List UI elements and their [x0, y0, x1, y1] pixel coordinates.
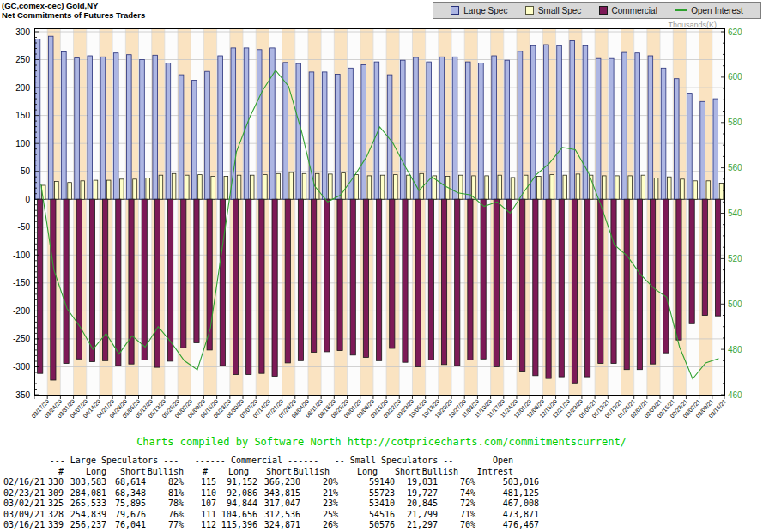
left-axis-tick-label: 100: [3, 139, 30, 148]
plot-area: [34, 28, 725, 404]
table-row-cell: 21%: [300, 488, 347, 499]
table-row-cell: 115,396: [216, 520, 257, 531]
table-row-cell: 03/16/21: [3, 520, 45, 531]
chart-title: (GC,comex-cec) Gold,NY Net Commitments o…: [2, 1, 145, 20]
cot-bars-svg: [34, 28, 725, 401]
right-axis-tick-label: 600: [728, 72, 742, 82]
table-row-cell: 53410: [347, 499, 395, 510]
table-row-cell: 115: [192, 477, 216, 488]
table-row-cell: 91,152: [216, 477, 257, 488]
legend-label: Large Spec: [463, 6, 507, 15]
table-row-cell: 112: [192, 520, 216, 531]
table-row-cell: 330: [45, 477, 64, 488]
table-row-cell: 03/09/21: [3, 510, 45, 521]
table-column-header-cell: Bullish: [146, 467, 184, 478]
table-row: 02/23/21309284,08168,34881%11092,086343,…: [3, 488, 539, 499]
table-row-cell: 75,895: [106, 499, 146, 510]
table-row-cell: 94,844: [216, 499, 257, 510]
table-row: 03/16/21339256,23776,04177%112115,396324…: [3, 520, 539, 531]
table-column-header-cell: Short: [249, 467, 292, 478]
legend-label: Commercial: [612, 6, 657, 15]
table-row-cell: 68,614: [106, 477, 146, 488]
table-row-cell: 503,016: [484, 477, 539, 488]
table-row-cell: 343,815: [257, 488, 300, 499]
table-row-cell: 23%: [300, 499, 347, 510]
table-row-cell: 92,086: [216, 488, 257, 499]
legend-item-open-interest: Open Interest: [675, 6, 743, 15]
table-column-header-cell: Long: [208, 467, 249, 478]
left-axis-tick-label: 250: [3, 55, 30, 64]
open-interest-swatch-icon: [675, 9, 687, 11]
left-axis-tick-label: -100: [3, 251, 30, 260]
table-row-cell: 74%: [438, 488, 484, 499]
table-row-cell: 20%: [300, 477, 347, 488]
left-axis-tick-label: 150: [3, 111, 30, 120]
legend-label: Small Spec: [538, 6, 582, 15]
table-group-header: --- Large Speculators --------- Commerci…: [3, 456, 539, 467]
credit-link[interactable]: Charts compiled by Software North http:/…: [0, 436, 763, 448]
table-row: 03/02/21325265,53375,89578%10794,844317,…: [3, 499, 539, 510]
right-axis-tick-label: 480: [728, 345, 742, 354]
table-row-cell: 366,230: [257, 477, 300, 488]
right-axis-tick-label: 580: [728, 118, 742, 127]
table-column-header-cell: #: [184, 467, 208, 478]
table-row-cell: 71%: [438, 510, 484, 521]
table-row-cell: 72%: [438, 499, 484, 510]
table-row-cell: 481,125: [484, 488, 539, 499]
table-column-header: #LongShortBullish#LongShortBullishLongSh…: [3, 467, 539, 478]
table-row-cell: 76%: [146, 510, 192, 521]
right-axis-tick-label: 460: [728, 390, 742, 400]
table-column-header-cell: Bullish: [292, 467, 330, 478]
table-row-cell: 76%: [438, 477, 484, 488]
right-axis-tick-label: 560: [728, 163, 742, 172]
table-row-cell: 20,845: [395, 499, 438, 510]
legend-item-large-spec: Large Spec: [451, 6, 507, 15]
table-row-cell: 339: [45, 520, 64, 531]
legend-label: Open Interest: [691, 6, 743, 15]
table-row-cell: 476,467: [484, 520, 539, 531]
table-group-header-cell: ------ Commercial ------: [184, 456, 330, 467]
table-row-cell: 328: [45, 510, 64, 521]
legend-item-small-spec: Small Spec: [525, 6, 582, 15]
table-row-cell: 265,533: [64, 499, 106, 510]
commercial-swatch-icon: [599, 6, 608, 15]
table-group-header-cell: -- Small Speculators --: [330, 456, 458, 467]
table-group-header-cell: --- Large Speculators ---: [45, 456, 184, 467]
table-row-cell: 324,871: [257, 520, 300, 531]
table-row-cell: 59140: [347, 477, 395, 488]
table-row-cell: 78%: [146, 499, 192, 510]
left-axis-tick-label: -150: [3, 278, 30, 287]
table-row-cell: 309: [45, 488, 64, 499]
left-axis-tick-label: -300: [3, 362, 30, 372]
large-spec-swatch-icon: [451, 6, 459, 15]
table-row-cell: 110: [192, 488, 216, 499]
table-row-cell: 303,583: [64, 477, 106, 488]
table-row-cell: 25%: [300, 510, 347, 521]
table-row-cell: 312,536: [257, 510, 300, 521]
table-row-cell: 284,081: [64, 488, 106, 499]
table-row-cell: 19,727: [395, 488, 438, 499]
small-spec-swatch-icon: [525, 6, 534, 15]
table-row-cell: 02/16/21: [3, 477, 45, 488]
table-row-cell: 256,237: [64, 520, 106, 531]
table-row-cell: 77%: [146, 520, 192, 531]
chart-title-line1: (GC,comex-cec) Gold,NY: [2, 1, 145, 10]
table-group-header-cell: [3, 456, 45, 467]
table-row-cell: 317,047: [257, 499, 300, 510]
table-row-cell: 26%: [300, 520, 347, 531]
table-row-cell: 03/02/21: [3, 499, 45, 510]
legend-item-commercial: Commercial: [599, 6, 657, 15]
table-row-cell: 50576: [347, 520, 395, 531]
table-row-cell: 55723: [347, 488, 395, 499]
table-row-cell: 79,676: [106, 510, 146, 521]
legend: Large SpecSmall SpecCommercialOpen Inter…: [433, 2, 761, 19]
table-row-cell: 21,297: [395, 520, 438, 531]
right-axis-tick-label: 620: [728, 27, 742, 37]
table-row-cell: 254,839: [64, 510, 106, 521]
table-row-cell: 467,008: [484, 499, 539, 510]
table-column-header-cell: Short: [378, 467, 421, 478]
table-group-header-cell: Open: [458, 456, 522, 467]
table-row-cell: 325: [45, 499, 64, 510]
chart-title-line2: Net Commitments of Futures Traders: [2, 10, 145, 20]
table-column-header-cell: [3, 467, 45, 478]
